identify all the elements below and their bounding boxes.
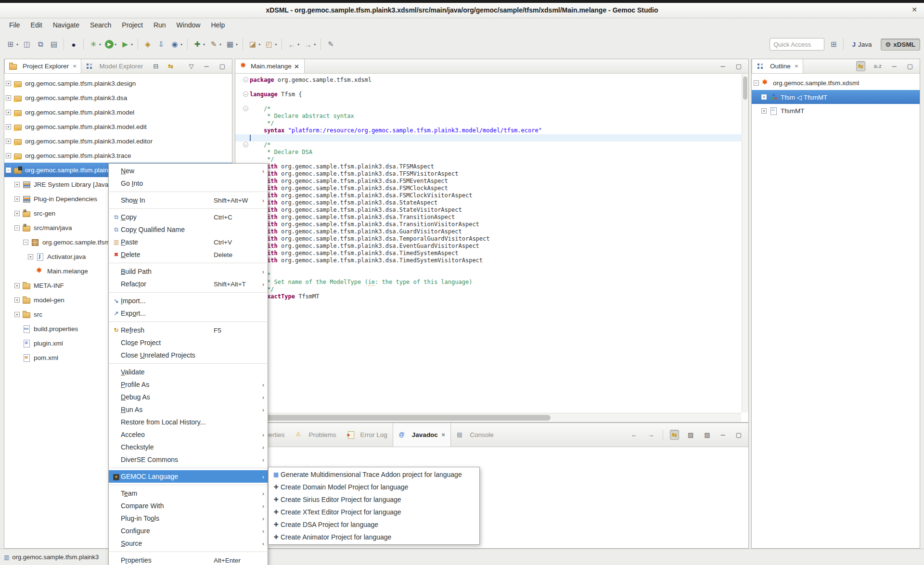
- fold-collapse-icon[interactable]: −: [243, 142, 248, 147]
- tree-item-org-gemoc-sample-tfsm-xdsml[interactable]: −org.gemoc.sample.tfsm.xdsml: [752, 76, 920, 90]
- close-window-icon[interactable]: ✕: [911, 6, 917, 13]
- pin-console-icon[interactable]: ▨: [686, 430, 695, 440]
- back-icon[interactable]: ←: [629, 430, 639, 440]
- context-menu-item-go-into[interactable]: Go Into: [109, 177, 268, 190]
- perspective-java-button[interactable]: J Java: [847, 39, 877, 51]
- link-with-editor-icon[interactable]: ⇆: [856, 61, 865, 71]
- debug-button[interactable]: ✳▾: [87, 38, 103, 51]
- expand-expander-icon[interactable]: +: [6, 110, 11, 115]
- scrollbar-thumb[interactable]: [743, 77, 747, 100]
- context-menu-item-import[interactable]: Import...: [109, 295, 268, 307]
- context-menu-item-configure[interactable]: Configure›: [109, 525, 268, 537]
- menu-navigate[interactable]: Navigate: [48, 20, 85, 30]
- open-console-icon[interactable]: ▨: [702, 430, 712, 440]
- expand-expander-icon[interactable]: +: [6, 95, 11, 101]
- context-menu-item-export[interactable]: Export...: [109, 307, 268, 320]
- tab-problems[interactable]: Problems: [290, 423, 342, 447]
- mark-occurrences-button[interactable]: ✎: [324, 38, 337, 51]
- context-menu-item-run-as[interactable]: Run As›: [109, 403, 268, 416]
- submenu-item-create-animator-project-for-language[interactable]: Create Animator Project for language: [269, 531, 479, 543]
- perspective-xdsml-button[interactable]: ⚙ xDSML: [881, 39, 920, 51]
- expand-expander-icon[interactable]: +: [761, 108, 767, 114]
- install-software-button[interactable]: ⇩: [155, 38, 167, 51]
- menu-help[interactable]: Help: [205, 20, 230, 30]
- context-menu-item-new[interactable]: New›: [109, 165, 268, 177]
- tab-model-explorer[interactable]: Model Explorer: [81, 59, 147, 73]
- tab-error-log[interactable]: Error Log: [342, 423, 393, 447]
- editor-vertical-scrollbar[interactable]: [742, 74, 748, 412]
- tree-item-org-gemoc-sample-tfsm-plaink3-model-edit[interactable]: +org.gemoc.sample.tfsm.plaink3.model.edi…: [4, 119, 232, 134]
- context-menu-item-close-project[interactable]: Close Project: [109, 336, 268, 349]
- quick-access-input[interactable]: [770, 38, 824, 51]
- menu-file[interactable]: File: [4, 20, 26, 30]
- close-tab-icon[interactable]: ✕: [73, 64, 77, 69]
- expand-expander-icon[interactable]: +: [14, 312, 20, 317]
- fold-collapse-icon[interactable]: −: [243, 91, 248, 97]
- maximize-icon[interactable]: ▢: [218, 61, 227, 71]
- save-button[interactable]: ◫: [21, 38, 33, 51]
- menu-project[interactable]: Project: [116, 20, 148, 30]
- tree-item-tfsmmt[interactable]: +TfsmMT: [752, 104, 920, 118]
- expand-expander-icon[interactable]: +: [14, 196, 20, 202]
- tab-main-melange[interactable]: Main.melange ✕: [235, 59, 305, 73]
- link-with-editor-icon[interactable]: ⇆: [670, 430, 679, 440]
- expand-expander-icon[interactable]: +: [761, 94, 767, 100]
- new-java-class-button[interactable]: ✚▾: [191, 38, 206, 51]
- expand-expander-icon[interactable]: +: [6, 81, 11, 86]
- type-hierarchy-button[interactable]: ▦▾: [224, 38, 239, 51]
- forward-button[interactable]: →▾: [302, 39, 317, 51]
- minimize-icon[interactable]: ─: [890, 61, 898, 71]
- expand-expander-icon[interactable]: +: [14, 283, 20, 288]
- menu-search[interactable]: Search: [85, 20, 116, 30]
- annotation-button[interactable]: ✎▾: [207, 38, 223, 51]
- context-menu-item-profile-as[interactable]: Profile As›: [109, 378, 268, 391]
- back-button[interactable]: ←▾: [285, 39, 301, 51]
- collapse-expander-icon[interactable]: −: [754, 80, 759, 86]
- open-task-button[interactable]: ◪▾: [246, 38, 262, 51]
- editor-horizontal-scrollbar[interactable]: [235, 413, 741, 422]
- context-menu-item-source[interactable]: Source›: [109, 537, 268, 550]
- submenu-item-generate-multidimensional-trace-addon-project-for-language[interactable]: Generate Multidimensional Trace Addon pr…: [269, 468, 479, 481]
- open-perspective-icon[interactable]: ⊞: [828, 39, 839, 50]
- close-tab-icon[interactable]: ✕: [441, 432, 445, 437]
- context-menu-item-delete[interactable]: DeleteDelete: [109, 248, 268, 261]
- tree-item-org-gemoc-sample-tfsm-plaink3-dsa[interactable]: +org.gemoc.sample.tfsm.plaink3.dsa: [4, 90, 232, 105]
- maximize-icon[interactable]: ▢: [905, 61, 915, 71]
- context-menu-item-show-in[interactable]: Show InShift+Alt+W›: [109, 194, 268, 206]
- context-menu-item-diverse-commons[interactable]: DiverSE Commons›: [109, 453, 268, 466]
- expand-expander-icon[interactable]: +: [6, 139, 11, 144]
- expand-expander-icon[interactable]: +: [14, 182, 20, 187]
- menu-edit[interactable]: Edit: [26, 20, 48, 30]
- save-all-button[interactable]: ⧉: [34, 38, 47, 51]
- expand-expander-icon[interactable]: +: [6, 153, 11, 158]
- sort-icon[interactable]: a↓z: [872, 62, 884, 70]
- outline-tree[interactable]: −org.gemoc.sample.tfsm.xdsml+Tfsm ◁ Tfsm…: [752, 74, 920, 548]
- context-menu-item-refactor[interactable]: RefactorShift+Alt+T›: [109, 278, 268, 290]
- context-menu-item-close-unrelated-projects[interactable]: Close Unrelated Projects: [109, 349, 268, 361]
- close-tab-icon[interactable]: ✕: [294, 63, 299, 70]
- context-menu-item-paste[interactable]: PasteCtrl+V: [109, 236, 268, 248]
- context-menu-item-copy[interactable]: CopyCtrl+C: [109, 211, 268, 223]
- close-tab-icon[interactable]: ✕: [795, 64, 798, 69]
- scrollbar-thumb[interactable]: [237, 415, 551, 421]
- print-button[interactable]: ▤: [48, 38, 60, 51]
- expand-expander-icon[interactable]: +: [14, 297, 20, 303]
- expand-expander-icon[interactable]: +: [14, 211, 20, 216]
- context-menu-item-checkstyle[interactable]: Checkstyle›: [109, 441, 268, 453]
- context-menu-item-plug-in-tools[interactable]: Plug-in Tools›: [109, 512, 268, 525]
- expand-expander-icon[interactable]: +: [6, 124, 11, 129]
- tab-javadoc[interactable]: Javadoc✕: [393, 423, 451, 447]
- menu-run[interactable]: Run: [148, 20, 171, 30]
- context-menu-item-validate[interactable]: Validate: [109, 366, 268, 378]
- fold-collapse-icon[interactable]: −: [243, 77, 248, 82]
- tab-project-explorer[interactable]: Project Explorer ✕: [4, 59, 81, 73]
- context-menu-item-team[interactable]: Team›: [109, 487, 268, 500]
- gemoc-engines-button[interactable]: ◈: [141, 38, 154, 51]
- collapse-expander-icon[interactable]: −: [14, 225, 20, 231]
- run-external-tools-button[interactable]: ▶▾: [119, 38, 134, 51]
- collapse-all-icon[interactable]: ⊟: [151, 61, 160, 71]
- context-menu-item-compare-with[interactable]: Compare With›: [109, 500, 268, 512]
- submenu-item-create-dsa-project-for-language[interactable]: Create DSA Project for language: [269, 518, 479, 531]
- tab-outline[interactable]: Outline ✕: [752, 59, 803, 73]
- context-menu-item-gemoc-language[interactable]: GEMOC Language›: [109, 470, 268, 483]
